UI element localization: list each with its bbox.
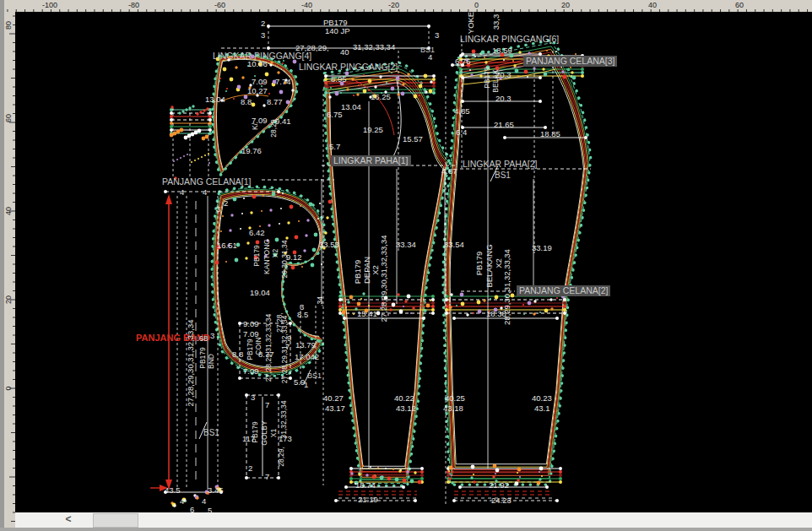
ruler-tick-label: 60 [4, 114, 13, 122]
pattern-piece-waistband-curve [213, 54, 297, 176]
ruler-tick-label: -40 [301, 1, 312, 9]
pattern-piece-back-leg [443, 40, 591, 485]
horizontal-scrollbar[interactable]: < [15, 512, 812, 528]
cad-window: -100-80-60-40-200204060 806040200 LINGKA… [0, 0, 812, 531]
ruler-tick-label: -20 [388, 1, 399, 9]
size-grading-bands [170, 54, 584, 498]
ruler-tick-label: 80 [4, 21, 13, 30]
ruler-tick-label: -100 [42, 1, 57, 9]
ruler-tick-label: 40 [4, 207, 13, 215]
pattern-piece-front-leg [324, 62, 449, 485]
ruler-tick-label: 40 [648, 1, 657, 9]
seam-detail-curves [221, 69, 555, 165]
scroll-left-arrow-icon: < [65, 513, 71, 525]
ruler-tick-label: 60 [735, 1, 744, 9]
pattern-scene [15, 12, 812, 512]
ruler-tick-label: 20 [4, 295, 13, 304]
grading-dots [170, 50, 582, 507]
window-bottom-edge [0, 528, 812, 531]
pattern-piece-pocket [212, 187, 325, 376]
scrollbar-thumb[interactable] [93, 513, 138, 528]
top-ruler-ticks: -100-80-60-40-200204060 [4, 0, 812, 12]
scroll-left-button[interactable]: < [56, 513, 81, 527]
ruler-tick-label: 20 [561, 1, 570, 9]
dimension-lines [164, 24, 591, 502]
left-ruler-ticks: 806040200 [4, 12, 15, 528]
ruler-tick-label: -80 [128, 1, 139, 9]
ruler-tick-label: 0 [4, 386, 13, 390]
red-measure-arrow [150, 194, 172, 491]
ruler-tick-label: -60 [214, 1, 225, 9]
ruler-tick-label: 0 [474, 1, 479, 9]
left-ruler: 806040200 [4, 12, 16, 528]
top-ruler: -100-80-60-40-200204060 [4, 0, 812, 13]
drawing-canvas[interactable] [15, 12, 812, 512]
